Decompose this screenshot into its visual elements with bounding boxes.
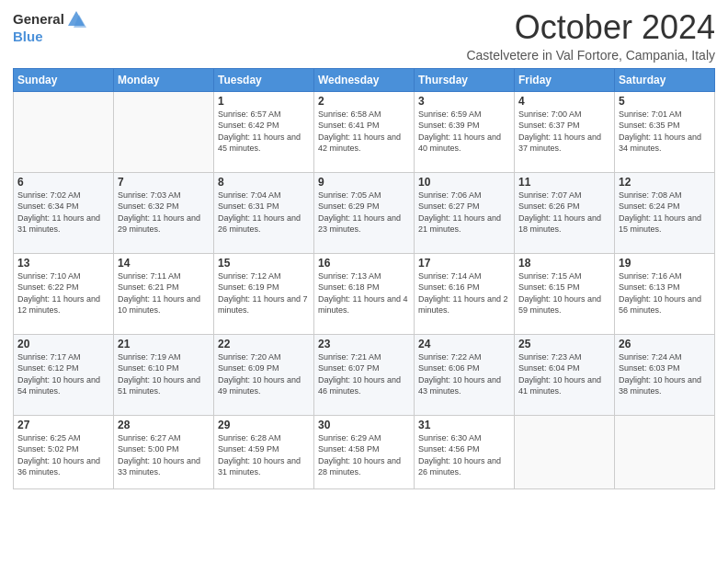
page: General Blue October 2024 Castelvetere i… — [0, 0, 728, 563]
calendar-cell: 8Sunrise: 7:04 AM Sunset: 6:31 PM Daylig… — [214, 172, 314, 253]
day-info: Sunrise: 7:22 AM Sunset: 6:06 PM Dayligh… — [418, 351, 510, 397]
calendar-week-row: 20Sunrise: 7:17 AM Sunset: 6:12 PM Dayli… — [14, 334, 715, 415]
weekday-header: Thursday — [415, 68, 515, 91]
day-number: 1 — [218, 95, 310, 108]
calendar-cell — [515, 415, 615, 488]
header: General Blue October 2024 Castelvetere i… — [13, 9, 715, 63]
day-info: Sunrise: 7:02 AM Sunset: 6:34 PM Dayligh… — [17, 190, 109, 236]
logo-blue: Blue — [13, 29, 43, 45]
day-number: 28 — [118, 419, 210, 431]
calendar-cell: 3Sunrise: 6:59 AM Sunset: 6:39 PM Daylig… — [415, 91, 515, 172]
calendar-cell: 20Sunrise: 7:17 AM Sunset: 6:12 PM Dayli… — [14, 334, 114, 415]
calendar-cell: 17Sunrise: 7:14 AM Sunset: 6:16 PM Dayli… — [415, 253, 515, 334]
month-title: October 2024 — [466, 9, 715, 46]
calendar-cell: 31Sunrise: 6:30 AM Sunset: 4:56 PM Dayli… — [415, 415, 515, 488]
day-info: Sunrise: 7:05 AM Sunset: 6:29 PM Dayligh… — [318, 190, 410, 236]
weekday-header: Sunday — [14, 68, 114, 91]
calendar-cell: 9Sunrise: 7:05 AM Sunset: 6:29 PM Daylig… — [314, 172, 415, 253]
calendar-cell: 26Sunrise: 7:24 AM Sunset: 6:03 PM Dayli… — [615, 334, 715, 415]
calendar-cell: 28Sunrise: 6:27 AM Sunset: 5:00 PM Dayli… — [114, 415, 214, 488]
calendar-cell: 7Sunrise: 7:03 AM Sunset: 6:32 PM Daylig… — [114, 172, 214, 253]
calendar-cell: 24Sunrise: 7:22 AM Sunset: 6:06 PM Dayli… — [415, 334, 515, 415]
day-number: 26 — [619, 338, 711, 350]
calendar-cell: 30Sunrise: 6:29 AM Sunset: 4:58 PM Dayli… — [314, 415, 415, 488]
calendar-cell: 14Sunrise: 7:11 AM Sunset: 6:21 PM Dayli… — [114, 253, 214, 334]
day-number: 31 — [418, 419, 510, 431]
day-info: Sunrise: 7:21 AM Sunset: 6:07 PM Dayligh… — [318, 351, 410, 397]
day-number: 15 — [218, 257, 310, 270]
calendar-week-row: 6Sunrise: 7:02 AM Sunset: 6:34 PM Daylig… — [14, 172, 715, 253]
day-info: Sunrise: 7:19 AM Sunset: 6:10 PM Dayligh… — [118, 351, 210, 397]
day-number: 10 — [418, 176, 510, 189]
day-number: 16 — [318, 257, 410, 270]
day-info: Sunrise: 7:12 AM Sunset: 6:19 PM Dayligh… — [218, 270, 310, 316]
day-info: Sunrise: 7:23 AM Sunset: 6:04 PM Dayligh… — [518, 351, 610, 397]
day-info: Sunrise: 6:30 AM Sunset: 4:56 PM Dayligh… — [418, 432, 510, 478]
calendar-cell: 6Sunrise: 7:02 AM Sunset: 6:34 PM Daylig… — [14, 172, 114, 253]
day-info: Sunrise: 7:11 AM Sunset: 6:21 PM Dayligh… — [118, 270, 210, 316]
day-info: Sunrise: 6:29 AM Sunset: 4:58 PM Dayligh… — [318, 432, 410, 478]
calendar-cell: 23Sunrise: 7:21 AM Sunset: 6:07 PM Dayli… — [314, 334, 415, 415]
calendar-cell: 15Sunrise: 7:12 AM Sunset: 6:19 PM Dayli… — [214, 253, 314, 334]
day-info: Sunrise: 6:25 AM Sunset: 5:02 PM Dayligh… — [17, 432, 109, 478]
calendar-cell: 13Sunrise: 7:10 AM Sunset: 6:22 PM Dayli… — [14, 253, 114, 334]
day-number: 29 — [218, 419, 310, 431]
day-info: Sunrise: 7:16 AM Sunset: 6:13 PM Dayligh… — [619, 270, 711, 316]
day-number: 25 — [518, 338, 610, 350]
day-number: 22 — [218, 338, 310, 350]
day-number: 24 — [418, 338, 510, 350]
day-number: 17 — [418, 257, 510, 270]
day-number: 13 — [17, 257, 109, 270]
day-info: Sunrise: 7:24 AM Sunset: 6:03 PM Dayligh… — [619, 351, 711, 397]
calendar-table: SundayMondayTuesdayWednesdayThursdayFrid… — [13, 68, 715, 489]
day-number: 11 — [518, 176, 610, 189]
weekday-header: Friday — [515, 68, 615, 91]
location-title: Castelvetere in Val Fortore, Campania, I… — [466, 48, 715, 63]
calendar-cell: 4Sunrise: 7:00 AM Sunset: 6:37 PM Daylig… — [515, 91, 615, 172]
day-info: Sunrise: 7:17 AM Sunset: 6:12 PM Dayligh… — [17, 351, 109, 397]
day-number: 6 — [17, 176, 109, 189]
day-info: Sunrise: 6:57 AM Sunset: 6:42 PM Dayligh… — [218, 109, 310, 155]
day-info: Sunrise: 7:06 AM Sunset: 6:27 PM Dayligh… — [418, 190, 510, 236]
calendar-cell — [114, 91, 214, 172]
calendar-cell: 5Sunrise: 7:01 AM Sunset: 6:35 PM Daylig… — [615, 91, 715, 172]
day-number: 14 — [118, 257, 210, 270]
title-block: October 2024 Castelvetere in Val Fortore… — [466, 9, 715, 63]
logo: General Blue — [13, 9, 86, 45]
day-info: Sunrise: 7:07 AM Sunset: 6:26 PM Dayligh… — [518, 190, 610, 236]
day-number: 19 — [619, 257, 711, 270]
day-number: 5 — [619, 95, 711, 108]
day-number: 9 — [318, 176, 410, 189]
logo-icon — [66, 9, 86, 29]
calendar-cell: 10Sunrise: 7:06 AM Sunset: 6:27 PM Dayli… — [415, 172, 515, 253]
day-info: Sunrise: 7:04 AM Sunset: 6:31 PM Dayligh… — [218, 190, 310, 236]
day-info: Sunrise: 7:10 AM Sunset: 6:22 PM Dayligh… — [17, 270, 109, 316]
calendar-week-row: 1Sunrise: 6:57 AM Sunset: 6:42 PM Daylig… — [14, 91, 715, 172]
day-info: Sunrise: 7:20 AM Sunset: 6:09 PM Dayligh… — [218, 351, 310, 397]
day-info: Sunrise: 6:28 AM Sunset: 4:59 PM Dayligh… — [218, 432, 310, 478]
calendar-week-row: 27Sunrise: 6:25 AM Sunset: 5:02 PM Dayli… — [14, 415, 715, 488]
weekday-header: Tuesday — [214, 68, 314, 91]
day-info: Sunrise: 7:08 AM Sunset: 6:24 PM Dayligh… — [619, 190, 711, 236]
day-number: 30 — [318, 419, 410, 431]
calendar-cell: 1Sunrise: 6:57 AM Sunset: 6:42 PM Daylig… — [214, 91, 314, 172]
calendar-cell: 25Sunrise: 7:23 AM Sunset: 6:04 PM Dayli… — [515, 334, 615, 415]
day-number: 4 — [518, 95, 610, 108]
calendar-cell — [14, 91, 114, 172]
day-number: 8 — [218, 176, 310, 189]
calendar-cell: 21Sunrise: 7:19 AM Sunset: 6:10 PM Dayli… — [114, 334, 214, 415]
calendar-cell: 2Sunrise: 6:58 AM Sunset: 6:41 PM Daylig… — [314, 91, 415, 172]
calendar-cell — [615, 415, 715, 488]
day-number: 12 — [619, 176, 711, 189]
day-info: Sunrise: 7:13 AM Sunset: 6:18 PM Dayligh… — [318, 270, 410, 316]
day-info: Sunrise: 7:14 AM Sunset: 6:16 PM Dayligh… — [418, 270, 510, 316]
weekday-header: Monday — [114, 68, 214, 91]
calendar-cell: 18Sunrise: 7:15 AM Sunset: 6:15 PM Dayli… — [515, 253, 615, 334]
day-number: 27 — [17, 419, 109, 431]
calendar-header-row: SundayMondayTuesdayWednesdayThursdayFrid… — [14, 68, 715, 91]
calendar-week-row: 13Sunrise: 7:10 AM Sunset: 6:22 PM Dayli… — [14, 253, 715, 334]
calendar-cell: 12Sunrise: 7:08 AM Sunset: 6:24 PM Dayli… — [615, 172, 715, 253]
calendar-cell: 22Sunrise: 7:20 AM Sunset: 6:09 PM Dayli… — [214, 334, 314, 415]
day-info: Sunrise: 7:01 AM Sunset: 6:35 PM Dayligh… — [619, 109, 711, 155]
day-number: 3 — [418, 95, 510, 108]
